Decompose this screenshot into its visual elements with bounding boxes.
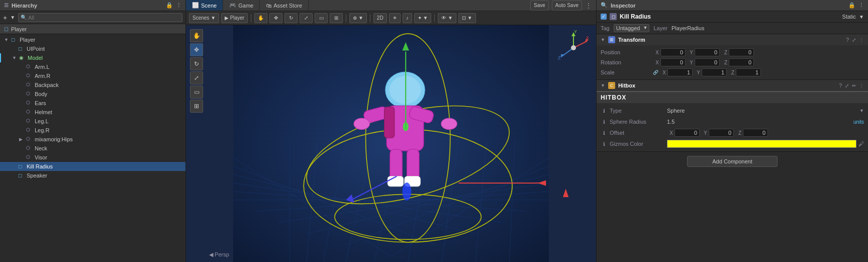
color-eyedropper-icon[interactable]: 🖋	[858, 141, 864, 147]
toolbar-pivot-dropdown[interactable]: ⊕ ▼	[349, 13, 367, 23]
tree-label-leg-r: Leg.R	[35, 127, 49, 133]
tree-item-arm-r[interactable]: ⬡ Arm.R	[0, 71, 185, 80]
position-z-label: Z	[721, 50, 727, 55]
tree-item-ears[interactable]: ⬡ Ears	[0, 99, 185, 108]
scale-x-input[interactable]: 1	[667, 68, 693, 76]
scale-y-input[interactable]: 1	[702, 68, 727, 76]
toolbar-player-dropdown[interactable]: ▶ Player	[221, 13, 248, 23]
toolbar-2d-btn[interactable]: 2D	[373, 13, 387, 23]
position-z-input[interactable]: 0	[729, 48, 754, 56]
scale-z-input[interactable]: 1	[736, 68, 761, 76]
toolbar-aspect-dropdown[interactable]: ⊡ ▼	[458, 13, 476, 23]
side-transform-btn[interactable]: ⊞	[190, 100, 203, 113]
tree-item-uipoint[interactable]: ◻ UIPoint	[0, 44, 185, 53]
rotation-x-label: X	[653, 60, 659, 65]
toolbar-scale-tool[interactable]: ⤢	[300, 13, 313, 23]
hitbox-radius-value[interactable]: 1.5	[667, 119, 851, 125]
transform-icon: ⊞	[608, 36, 615, 43]
toolbar-transform-tool[interactable]: ⊞	[330, 13, 343, 23]
static-dropdown-arrow[interactable]: ▼	[859, 14, 864, 20]
tree-item-speaker[interactable]: ◻ Speaker	[0, 171, 185, 180]
tree-item-player[interactable]: ▼ ◻ Player	[0, 35, 185, 44]
hitbox-menu-icon[interactable]: ⋮	[859, 83, 864, 89]
hitbox-help-icon[interactable]: ?	[839, 83, 842, 89]
rotation-x-input[interactable]: 0	[660, 58, 686, 66]
layer-label: Layer	[653, 25, 667, 31]
hitbox-offset-x-input[interactable]: 0	[674, 129, 700, 137]
tree-label-body: Body	[35, 91, 47, 97]
hitbox-type-value[interactable]: Sphere	[667, 108, 857, 114]
hitbox-type-label: Type	[610, 108, 665, 114]
hierarchy-dropdown-icon[interactable]: ▼	[10, 15, 15, 20]
transform-menu-icon[interactable]: ⋮	[859, 37, 864, 43]
scene-menu-icon[interactable]: ⋮	[585, 2, 592, 10]
tree-item-mixamorig[interactable]: ▶ ⬡ mixamorig:Hips	[0, 135, 185, 144]
hierarchy-plus-icon[interactable]: +	[3, 14, 7, 22]
inspector-lock-icon[interactable]: 🔒	[848, 2, 855, 9]
toolbar-rotate-tool[interactable]: ↻	[284, 13, 298, 23]
hitbox-color-swatch[interactable]	[667, 140, 856, 148]
hitbox-edit-icon[interactable]: ✏	[852, 83, 856, 89]
tree-item-backpack[interactable]: ⬡ Backpack	[0, 80, 185, 90]
tree-item-body[interactable]: ⬡ Body	[0, 90, 185, 99]
tree-label-helmet: Helmet	[35, 109, 52, 115]
transform-expand-icon[interactable]: ⤢	[852, 37, 856, 43]
toolbar-hand-tool[interactable]: ✋	[254, 13, 267, 23]
transform-help-icon[interactable]: ?	[846, 37, 849, 43]
hitbox-type-arrow[interactable]: ▼	[859, 108, 864, 113]
hitbox-section: ▼ C Hitbox ? ⤢ ✏ ⋮ HITBOX ℹ Type	[597, 80, 868, 152]
rotation-z-input[interactable]: 0	[729, 58, 754, 66]
tab-game[interactable]: 🎮 Game	[223, 0, 260, 11]
hitbox-units-link[interactable]: units	[853, 119, 864, 125]
tree-label-uipoint: UIPoint	[27, 46, 45, 52]
tree-item-visor[interactable]: ⬡ Visor	[0, 153, 185, 162]
side-scale-btn[interactable]: ⤢	[190, 71, 203, 84]
tree-item-leg-r[interactable]: ⬡ Leg.R	[0, 126, 185, 135]
svg-text:Z: Z	[558, 55, 561, 60]
rotation-axes: X 0 Y 0 Z 0	[653, 58, 864, 66]
toolbar-audio-btn[interactable]: ♪	[403, 13, 412, 23]
rotation-y-input[interactable]: 0	[695, 58, 720, 66]
tree-item-neck[interactable]: ⬡ Neck	[0, 144, 185, 153]
toolbar-fx-btn[interactable]: ✦ ▼	[414, 13, 432, 23]
position-x-input[interactable]: 0	[660, 48, 686, 56]
side-hand-btn[interactable]: ✋	[190, 29, 203, 42]
toolbar-move-tool[interactable]: ✥	[269, 13, 282, 23]
toolbar-rect-tool[interactable]: ▭	[315, 13, 328, 23]
side-rect-btn[interactable]: ▭	[190, 85, 203, 99]
hierarchy-search-box[interactable]: 🔍	[18, 13, 182, 22]
object-active-checkbox[interactable]: ✓	[601, 14, 607, 20]
inspector-dots-icon[interactable]: ⋮	[858, 2, 864, 9]
hitbox-header[interactable]: ▼ C Hitbox ? ⤢ ✏ ⋮	[597, 80, 868, 91]
scale-link-icon[interactable]: 🔗	[653, 70, 658, 75]
tree-label-mixamorig: mixamorig:Hips	[35, 136, 73, 142]
save-button[interactable]: Save	[530, 1, 549, 11]
hierarchy-lock-icon[interactable]: 🔒	[166, 2, 173, 9]
auto-save-button[interactable]: Auto Save	[552, 1, 582, 11]
tree-item-leg-l[interactable]: ⬡ Leg.L	[0, 117, 185, 126]
tab-asset-store[interactable]: 🛍 Asset Store	[260, 0, 309, 11]
transform-header[interactable]: ▼ ⊞ Transform ? ⤢ ⋮	[597, 34, 868, 45]
toolbar-lighting-btn[interactable]: ☀	[389, 13, 401, 23]
tag-dropdown[interactable]: Untagged ▼	[614, 24, 650, 32]
hitbox-offset-z-input[interactable]: 0	[743, 129, 768, 137]
tag-value: Untagged	[616, 25, 640, 31]
tree-item-arm-l[interactable]: ⬡ Arm.L	[0, 62, 185, 71]
tree-item-model[interactable]: ▼ ◉ Model	[0, 53, 185, 62]
hitbox-offset-y-input[interactable]: 0	[709, 129, 734, 137]
tree-item-helmet[interactable]: ⬡ Helmet	[0, 108, 185, 117]
svg-point-30	[354, 118, 369, 129]
position-y-input[interactable]: 0	[695, 48, 720, 56]
toolbar-gizmos-dropdown[interactable]: 👁 ▼	[438, 13, 456, 23]
hitbox-expand-icon[interactable]: ⤢	[845, 83, 849, 89]
add-component-button[interactable]: Add Component	[687, 156, 778, 167]
hierarchy-dots-icon[interactable]: ⋮	[176, 2, 181, 9]
search-input[interactable]	[28, 15, 180, 21]
scene-viewport[interactable]: ✋ ✥ ↻ ⤢ ▭ ⊞ ◀ Persp Y X	[186, 25, 596, 262]
tree-item-kill-radius[interactable]: ◻ Kill Radius	[0, 162, 185, 171]
side-rotate-btn[interactable]: ↻	[190, 57, 203, 70]
toolbar-scenes-dropdown[interactable]: Scenes ▼	[189, 13, 219, 23]
tab-scene[interactable]: ⬜ Scene	[186, 0, 223, 11]
hitbox-offset-z-label: Z	[735, 130, 741, 136]
side-move-btn[interactable]: ✥	[190, 43, 203, 56]
